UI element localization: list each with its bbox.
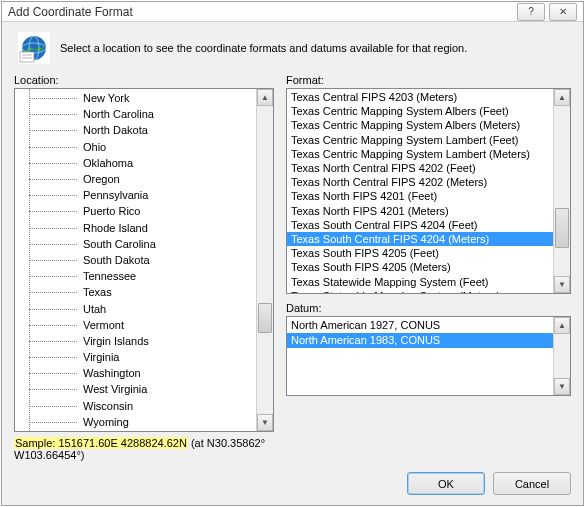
footer: OK Cancel	[14, 462, 571, 495]
scroll-down-button[interactable]: ▼	[554, 276, 570, 293]
location-item[interactable]: South Dakota	[15, 252, 256, 268]
format-item[interactable]: Texas Centric Mapping System Lambert (Fe…	[287, 133, 553, 147]
scroll-up-button[interactable]: ▲	[554, 317, 570, 334]
location-item[interactable]: Oregon	[15, 171, 256, 187]
intro-text: Select a location to see the coordinate …	[60, 42, 467, 54]
chevron-up-icon: ▲	[261, 93, 269, 102]
close-button[interactable]: ✕	[549, 3, 577, 21]
scroll-track[interactable]	[257, 106, 273, 414]
scroll-track[interactable]	[554, 334, 570, 378]
add-coordinate-format-dialog: Add Coordinate Format ? ✕ Select a locat…	[1, 1, 584, 506]
ok-button[interactable]: OK	[407, 472, 485, 495]
scroll-up-button[interactable]: ▲	[257, 89, 273, 106]
columns: Location: New YorkNorth CarolinaNorth Da…	[14, 74, 571, 462]
chevron-down-icon: ▼	[558, 280, 566, 289]
window-title: Add Coordinate Format	[8, 5, 513, 19]
sample-value: 151671.60E 4288824.62N	[58, 437, 186, 449]
datum-item[interactable]: North American 1927, CONUS	[287, 318, 553, 333]
location-item[interactable]: South Carolina	[15, 236, 256, 252]
help-icon: ?	[528, 6, 534, 17]
location-item[interactable]: New York	[15, 90, 256, 106]
help-button[interactable]: ?	[517, 3, 545, 21]
datum-listbox[interactable]: North American 1927, CONUSNorth American…	[286, 316, 571, 396]
scroll-thumb[interactable]	[258, 303, 272, 333]
location-item[interactable]: North Dakota	[15, 122, 256, 138]
location-item[interactable]: Virginia	[15, 349, 256, 365]
location-column: Location: New YorkNorth CarolinaNorth Da…	[14, 74, 274, 462]
scroll-down-button[interactable]: ▼	[554, 378, 570, 395]
location-item[interactable]: Rhode Island	[15, 220, 256, 236]
datum-label: Datum:	[286, 302, 571, 314]
datum-scrollbar[interactable]: ▲ ▼	[553, 317, 570, 395]
format-item[interactable]: Texas South FIPS 4205 (Feet)	[287, 246, 553, 260]
format-listbox[interactable]: Texas Central FIPS 4203 (Meters)Texas Ce…	[286, 88, 571, 294]
location-item[interactable]: Utah	[15, 301, 256, 317]
cancel-button[interactable]: Cancel	[493, 472, 571, 495]
sample-row: Sample: 151671.60E 4288824.62N (at N30.3…	[14, 436, 274, 462]
format-item[interactable]: Texas Statewide Mapping System (Feet)	[287, 275, 553, 289]
globe-icon	[18, 32, 50, 64]
datum-list: North American 1927, CONUSNorth American…	[287, 317, 553, 395]
titlebar: Add Coordinate Format ? ✕	[2, 2, 583, 22]
format-item[interactable]: Texas North FIPS 4201 (Feet)	[287, 189, 553, 203]
chevron-up-icon: ▲	[558, 93, 566, 102]
location-item[interactable]: Vermont	[15, 317, 256, 333]
format-item[interactable]: Texas Centric Mapping System Albers (Fee…	[287, 104, 553, 118]
location-scrollbar[interactable]: ▲ ▼	[256, 89, 273, 431]
format-item[interactable]: Texas North Central FIPS 4202 (Meters)	[287, 175, 553, 189]
format-list: Texas Central FIPS 4203 (Meters)Texas Ce…	[287, 89, 553, 293]
location-tree: New YorkNorth CarolinaNorth DakotaOhioOk…	[15, 89, 256, 431]
format-item[interactable]: Texas Centric Mapping System Albers (Met…	[287, 118, 553, 132]
chevron-up-icon: ▲	[558, 321, 566, 330]
location-item[interactable]: Oklahoma	[15, 155, 256, 171]
format-column: Format: Texas Central FIPS 4203 (Meters)…	[286, 74, 571, 462]
close-icon: ✕	[559, 6, 567, 17]
datum-section: Datum: North American 1927, CONUSNorth A…	[286, 302, 571, 396]
location-item[interactable]: North Carolina	[15, 106, 256, 122]
svg-rect-4	[20, 52, 34, 62]
location-item[interactable]: Tennessee	[15, 268, 256, 284]
location-listbox[interactable]: New YorkNorth CarolinaNorth DakotaOhioOk…	[14, 88, 274, 432]
format-item[interactable]: Texas Centric Mapping System Lambert (Me…	[287, 147, 553, 161]
chevron-down-icon: ▼	[558, 382, 566, 391]
scroll-track[interactable]	[554, 106, 570, 276]
format-item[interactable]: Texas South Central FIPS 4204 (Feet)	[287, 218, 553, 232]
format-item[interactable]: Texas Statewide Mapping System (Meters)	[287, 289, 553, 293]
format-item[interactable]: Texas South FIPS 4205 (Meters)	[287, 260, 553, 274]
location-item[interactable]: Wyoming	[15, 414, 256, 430]
format-item[interactable]: Texas Central FIPS 4203 (Meters)	[287, 90, 553, 104]
dialog-body: Select a location to see the coordinate …	[2, 22, 583, 505]
chevron-down-icon: ▼	[261, 418, 269, 427]
format-item[interactable]: Texas North Central FIPS 4202 (Feet)	[287, 161, 553, 175]
sample-label: Sample:	[15, 437, 58, 449]
format-item[interactable]: Texas South Central FIPS 4204 (Meters)	[287, 232, 553, 246]
datum-item[interactable]: North American 1983, CONUS	[287, 333, 553, 348]
location-label: Location:	[14, 74, 274, 86]
location-item[interactable]: Puerto Rico	[15, 203, 256, 219]
ok-button-label: OK	[438, 478, 454, 490]
intro-row: Select a location to see the coordinate …	[14, 30, 571, 74]
scroll-down-button[interactable]: ▼	[257, 414, 273, 431]
location-item[interactable]: Texas	[15, 284, 256, 300]
format-label: Format:	[286, 74, 571, 86]
location-item[interactable]: Pennsylvania	[15, 187, 256, 203]
location-item[interactable]: Wisconsin	[15, 398, 256, 414]
scroll-thumb[interactable]	[555, 208, 569, 248]
location-item[interactable]: Ohio	[15, 139, 256, 155]
scroll-up-button[interactable]: ▲	[554, 89, 570, 106]
location-item[interactable]: Washington	[15, 365, 256, 381]
format-item[interactable]: Texas North FIPS 4201 (Meters)	[287, 204, 553, 218]
cancel-button-label: Cancel	[515, 478, 549, 490]
location-item[interactable]: West Virginia	[15, 381, 256, 397]
location-item[interactable]: Virgin Islands	[15, 333, 256, 349]
format-scrollbar[interactable]: ▲ ▼	[553, 89, 570, 293]
